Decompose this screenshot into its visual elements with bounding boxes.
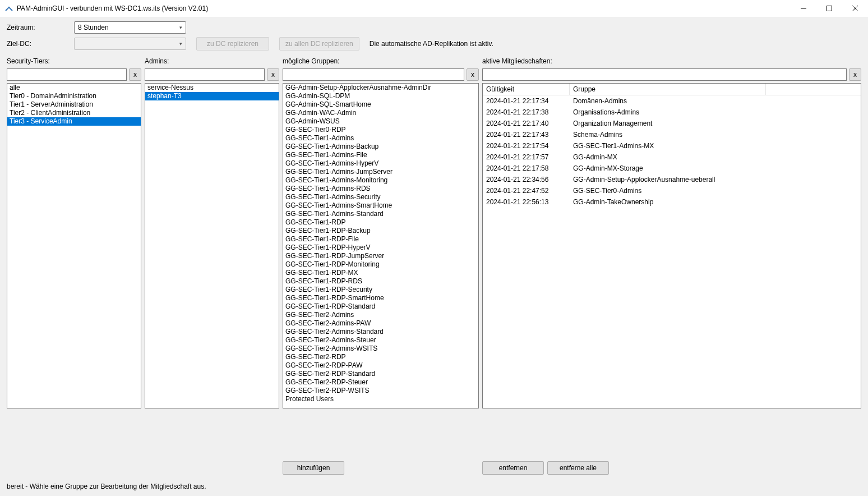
cell-group: GG-SEC-Tier0-Admins	[570, 185, 766, 196]
admins-listbox[interactable]: service-Nessusstephan-T3	[145, 83, 279, 408]
chevron-down-icon: ▾	[179, 41, 182, 47]
active-clear-button[interactable]: x	[849, 68, 861, 81]
admins-clear-button[interactable]: x	[267, 68, 279, 81]
cell-validity: 2024-01-21 22:17:43	[483, 129, 570, 140]
active-th-group[interactable]: Gruppe	[570, 84, 766, 95]
table-row[interactable]: 2024-01-21 22:17:38Organisations-Admins	[483, 107, 861, 118]
cell-validity: 2024-01-21 22:17:58	[483, 163, 570, 174]
zeitraum-combo[interactable]: 8 Stunden ▾	[74, 21, 186, 34]
zieldc-combo[interactable]: ▾	[74, 38, 186, 50]
tiers-label: Security-Tiers:	[7, 57, 141, 65]
list-item[interactable]: GG-SEC-Tier2-Admins-Steuer	[283, 336, 478, 345]
list-item[interactable]: GG-SEC-Tier1-Admins-HyperV	[283, 159, 478, 168]
list-item[interactable]: Protected Users	[283, 395, 478, 403]
list-item[interactable]: GG-SEC-Tier1-RDP-Standard	[283, 302, 478, 311]
list-item[interactable]: GG-SEC-Tier1-Admins-File	[283, 151, 478, 159]
list-item[interactable]: GG-SEC-Tier2-Admins	[283, 311, 478, 319]
groups-label: mögliche Gruppen:	[283, 57, 479, 65]
list-item[interactable]: GG-SEC-Tier1-RDP-RDS	[283, 277, 478, 286]
window-title: PAM-AdminGUI - verbunden mit WS-DC1.ws.i…	[17, 4, 791, 12]
remove-all-button[interactable]: entferne alle	[547, 461, 609, 475]
list-item[interactable]: GG-SEC-Tier1-Admins-Backup	[283, 143, 478, 151]
table-row[interactable]: 2024-01-21 22:17:40Organization Manageme…	[483, 118, 861, 129]
tiers-clear-button[interactable]: x	[129, 68, 141, 81]
list-item[interactable]: GG-SEC-Tier1-Admins-Standard	[283, 210, 478, 218]
list-item[interactable]: GG-Admin-WAC-Admin	[283, 109, 478, 117]
list-item[interactable]: GG-Admin-Setup-ApplockerAusnahme-AdminDi…	[283, 84, 478, 92]
tiers-listbox[interactable]: alleTier0 - DomainAdministrationTier1 - …	[7, 83, 141, 408]
list-item[interactable]: GG-SEC-Tier1-Admins	[283, 134, 478, 143]
list-item[interactable]: GG-SEC-Tier1-RDP-File	[283, 235, 478, 244]
table-row[interactable]: 2024-01-21 22:17:57GG-Admin-MX	[483, 151, 861, 163]
list-item[interactable]: GG-SEC-Tier1-RDP-HyperV	[283, 244, 478, 252]
list-item[interactable]: Tier1 - ServerAdministration	[7, 100, 141, 109]
groups-search-input[interactable]	[283, 68, 464, 81]
list-item[interactable]: GG-SEC-Tier2-Admins-PAW	[283, 319, 478, 328]
cell-validity: 2024-01-21 22:17:34	[483, 95, 570, 107]
list-item[interactable]: GG-SEC-Tier2-RDP-WSITS	[283, 387, 478, 395]
list-item[interactable]: GG-SEC-Tier1-RDP	[283, 218, 478, 227]
cell-group: GG-Admin-Setup-ApplockerAusnahme-ueberal…	[570, 174, 766, 185]
list-item[interactable]: GG-SEC-Tier1-RDP-Security	[283, 286, 478, 294]
list-item[interactable]: GG-SEC-Tier1-Admins-Security	[283, 193, 478, 201]
cell-group: Schema-Admins	[570, 129, 766, 140]
remove-button[interactable]: entfernen	[482, 461, 544, 475]
admins-search-input[interactable]	[145, 68, 265, 81]
list-item[interactable]: stephan-T3	[145, 92, 279, 100]
list-item[interactable]: GG-SEC-Tier2-RDP-Steuer	[283, 378, 478, 387]
list-item[interactable]: GG-SEC-Tier1-RDP-JumpServer	[283, 252, 478, 260]
list-item[interactable]: GG-SEC-Tier1-RDP-Monitoring	[283, 260, 478, 269]
list-item[interactable]: Tier0 - DomainAdministration	[7, 92, 141, 100]
close-button[interactable]	[842, 0, 868, 17]
app-icon	[4, 4, 13, 13]
list-item[interactable]: GG-SEC-Tier1-RDP-MX	[283, 269, 478, 277]
table-row[interactable]: 2024-01-21 22:34:56GG-Admin-Setup-Apploc…	[483, 174, 861, 185]
active-th-validity[interactable]: Gültigkeit	[483, 84, 570, 95]
cell-group: GG-Admin-MX	[570, 151, 766, 163]
list-item[interactable]: alle	[7, 84, 141, 92]
titlebar: PAM-AdminGUI - verbunden mit WS-DC1.ws.i…	[0, 0, 868, 17]
list-item[interactable]: GG-SEC-Tier1-Admins-JumpServer	[283, 168, 478, 176]
content-area: Zeitraum: 8 Stunden ▾ Ziel-DC: ▾ zu DC r…	[0, 17, 868, 496]
list-item[interactable]: GG-Admin-SQL-DPM	[283, 92, 478, 100]
zieldc-label: Ziel-DC:	[7, 40, 74, 48]
list-item[interactable]: GG-SEC-Tier0-RDP	[283, 126, 478, 134]
list-item[interactable]: GG-SEC-Tier1-Admins-Monitoring	[283, 176, 478, 185]
zeitraum-value: 8 Stunden	[78, 24, 109, 31]
list-item[interactable]: GG-SEC-Tier2-Admins-WSITS	[283, 345, 478, 353]
table-row[interactable]: 2024-01-21 22:17:43Schema-Admins	[483, 129, 861, 140]
add-button[interactable]: hinzufügen	[283, 461, 344, 475]
list-item[interactable]: Tier3 - ServiceAdmin	[7, 117, 141, 126]
list-item[interactable]: GG-Admin-WSUS	[283, 117, 478, 126]
table-row[interactable]: 2024-01-21 22:17:54GG-SEC-Tier1-Admins-M…	[483, 140, 861, 151]
list-item[interactable]: Tier2 - ClientAdministration	[7, 109, 141, 117]
list-item[interactable]: GG-SEC-Tier2-RDP-PAW	[283, 361, 478, 370]
active-table[interactable]: Gültigkeit Gruppe 2024-01-21 22:17:34Dom…	[482, 83, 861, 408]
list-item[interactable]: GG-SEC-Tier2-RDP-Standard	[283, 370, 478, 378]
tiers-search-input[interactable]	[7, 68, 127, 81]
maximize-button[interactable]	[816, 0, 842, 17]
cell-group: GG-Admin-MX-Storage	[570, 163, 766, 174]
list-item[interactable]: GG-SEC-Tier2-Admins-Standard	[283, 328, 478, 336]
list-item[interactable]: GG-SEC-Tier1-RDP-SmartHome	[283, 294, 478, 302]
minimize-button[interactable]	[791, 0, 816, 17]
groups-clear-button[interactable]: x	[467, 68, 479, 81]
admins-label: Admins:	[145, 57, 279, 65]
list-item[interactable]: GG-SEC-Tier1-Admins-RDS	[283, 185, 478, 193]
list-item[interactable]: GG-SEC-Tier1-RDP-Backup	[283, 227, 478, 235]
table-row[interactable]: 2024-01-21 22:47:52GG-SEC-Tier0-Admins	[483, 185, 861, 196]
list-item[interactable]: service-Nessus	[145, 84, 279, 92]
replicate-all-button[interactable]: zu allen DC replizieren	[279, 37, 359, 50]
table-row[interactable]: 2024-01-21 22:17:58GG-Admin-MX-Storage	[483, 163, 861, 174]
list-item[interactable]: GG-SEC-Tier2-RDP	[283, 353, 478, 361]
list-item[interactable]: GG-SEC-Tier1-Admins-SmartHome	[283, 201, 478, 210]
table-row[interactable]: 2024-01-21 22:56:13GG-Admin-TakeOwnershi…	[483, 196, 861, 208]
replicate-one-button[interactable]: zu DC replizieren	[196, 37, 269, 50]
active-search-input[interactable]	[482, 68, 847, 81]
list-item[interactable]: GG-Admin-SQL-SmartHome	[283, 100, 478, 109]
table-row[interactable]: 2024-01-21 22:17:34Domänen-Admins	[483, 95, 861, 107]
cell-group: GG-SEC-Tier1-Admins-MX	[570, 140, 766, 151]
groups-listbox[interactable]: GG-Admin-Setup-ApplockerAusnahme-AdminDi…	[283, 83, 479, 408]
cell-group: Domänen-Admins	[570, 95, 766, 107]
cell-validity: 2024-01-21 22:47:52	[483, 185, 570, 196]
